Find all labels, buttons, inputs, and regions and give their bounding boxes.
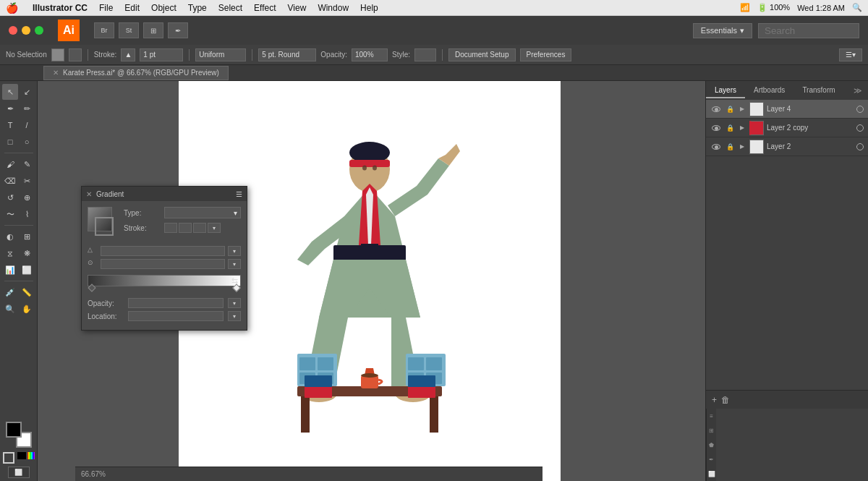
preferences-button[interactable]: Preferences <box>520 48 572 61</box>
aspect-input[interactable] <box>101 259 225 269</box>
menu-effect[interactable]: Effect <box>254 3 276 13</box>
delete-layer-button[interactable]: 🗑 <box>721 395 730 405</box>
layer-item[interactable]: 🔒 ▶ Layer 4 <box>706 100 868 119</box>
stroke-outside-icon[interactable] <box>179 223 192 233</box>
tab-transform[interactable]: Transform <box>793 83 843 98</box>
pencil-tool[interactable]: ✏ <box>19 101 35 116</box>
layer-expand-icon[interactable]: ▶ <box>738 142 746 151</box>
gradient-stroke-swatch[interactable] <box>95 217 114 236</box>
warp-tool[interactable]: 〜 <box>2 206 18 222</box>
eraser-tool[interactable]: ⌫ <box>2 173 18 189</box>
zoom-tool[interactable]: 🔍 <box>2 301 18 317</box>
angle-dropdown[interactable]: ▾ <box>228 246 241 256</box>
direct-select-tool[interactable]: ↙ <box>19 84 35 100</box>
fill-color-box[interactable] <box>51 48 64 61</box>
document-setup-button[interactable]: Document Setup <box>448 48 516 61</box>
blob-tool[interactable]: ✎ <box>19 156 35 172</box>
menu-help[interactable]: Help <box>360 3 378 13</box>
bridge-icon[interactable]: Br <box>94 22 114 38</box>
layer-lock[interactable]: 🔒 <box>725 142 735 152</box>
swatches-icon[interactable]: ⬜ <box>707 467 716 481</box>
apple-menu[interactable]: 🍎 <box>6 2 18 14</box>
layer-lock[interactable]: 🔒 <box>725 123 735 133</box>
opacity-value[interactable]: 100% <box>352 48 388 61</box>
none-color[interactable] <box>3 452 14 464</box>
menu-file[interactable]: File <box>99 3 113 13</box>
location-dropdown-btn[interactable]: ▾ <box>228 311 241 321</box>
scale-tool[interactable]: ⊕ <box>19 190 35 205</box>
layer-visibility-toggle[interactable] <box>710 122 722 134</box>
type-tool[interactable]: T <box>2 117 18 133</box>
properties-icon[interactable]: ≡ <box>707 409 716 423</box>
aspect-dropdown[interactable]: ▾ <box>228 259 241 269</box>
layer-target-indicator[interactable] <box>856 143 864 150</box>
panel-close-button[interactable]: ✕ <box>86 190 92 198</box>
color-mode[interactable] <box>17 452 26 459</box>
fill-none-box[interactable] <box>69 48 82 61</box>
pen-icon[interactable]: ✒ <box>168 22 188 38</box>
stroke-dropdown-btn[interactable]: ▾ <box>208 223 221 233</box>
opacity-input[interactable] <box>128 298 224 308</box>
menu-select[interactable]: Select <box>218 3 242 13</box>
essentials-dropdown[interactable]: Essentials ▾ <box>693 23 752 38</box>
uniform-dropdown[interactable]: Uniform <box>195 48 246 61</box>
stroke-value[interactable]: 1 pt <box>140 48 183 61</box>
mesh-tool[interactable]: ⊞ <box>19 229 35 244</box>
brushes-icon[interactable]: ✒ <box>707 452 716 467</box>
tab-artboards[interactable]: Artboards <box>745 83 793 98</box>
layout-icon[interactable]: ⊞ <box>143 22 163 38</box>
fg-bg-colors[interactable] <box>6 422 32 448</box>
layer-target-indicator[interactable] <box>856 124 864 132</box>
symbol-tool[interactable]: ❋ <box>19 245 35 261</box>
layer-expand-icon[interactable]: ▶ <box>738 124 746 132</box>
panel-menu-icon[interactable]: ☰ <box>236 190 242 198</box>
symbols-icon[interactable]: ⬟ <box>707 438 716 452</box>
make-sublayer-button[interactable]: + <box>712 395 717 405</box>
search-input[interactable] <box>758 23 859 38</box>
panel-collapse-button[interactable]: ≫ <box>848 83 868 98</box>
search-icon[interactable]: 🔍 <box>852 3 862 12</box>
type-dropdown[interactable]: ▾ <box>164 207 241 218</box>
column-graph-tool[interactable]: 📊 <box>2 262 18 278</box>
tab-close-icon[interactable]: ✕ <box>53 69 59 77</box>
rotate-tool[interactable]: ↺ <box>2 190 18 205</box>
menu-edit[interactable]: Edit <box>124 3 140 13</box>
hand-tool[interactable]: ✋ <box>19 301 35 317</box>
tab-layers[interactable]: Layers <box>706 83 745 98</box>
ellipse-tool[interactable]: ○ <box>19 134 35 150</box>
layer-item[interactable]: 🔒 ▶ Layer 2 <box>706 137 868 156</box>
layer-item[interactable]: 🔒 ▶ Layer 2 copy <box>706 119 868 137</box>
angle-input[interactable] <box>101 246 225 256</box>
arrange-button[interactable]: ☰▾ <box>839 48 862 61</box>
line-tool[interactable]: / <box>19 117 35 133</box>
measure-tool[interactable]: 📏 <box>19 284 35 300</box>
gradient-bar[interactable] <box>88 275 241 286</box>
layer-visibility-toggle[interactable] <box>710 141 722 153</box>
menu-type[interactable]: Type <box>188 3 207 13</box>
gradient-tool[interactable]: ◐ <box>2 229 18 244</box>
menu-object[interactable]: Object <box>151 3 176 13</box>
rect-tool[interactable]: □ <box>2 134 18 150</box>
artboard-tool[interactable]: ⬜ <box>19 262 35 278</box>
stroke-between-icon[interactable] <box>193 223 206 233</box>
brush-tool[interactable]: 🖌 <box>2 156 18 172</box>
panel-title-bar[interactable]: ✕ Gradient ☰ <box>82 187 247 201</box>
menu-view[interactable]: View <box>288 3 307 13</box>
maximize-button[interactable] <box>35 26 43 35</box>
round-dropdown[interactable]: 5 pt. Round <box>258 48 316 61</box>
style-box[interactable] <box>414 48 436 61</box>
pen-tool[interactable]: ✒ <box>2 101 18 116</box>
layer-lock[interactable]: 🔒 <box>725 104 735 114</box>
select-tool[interactable]: ↖ <box>2 84 18 100</box>
minimize-button[interactable] <box>22 26 30 35</box>
stroke-within-icon[interactable] <box>164 223 177 233</box>
canvas-area[interactable]: ✕ Gradient ☰ Type: <box>38 81 705 481</box>
width-tool[interactable]: ⌇ <box>19 206 35 222</box>
menu-window[interactable]: Window <box>318 3 349 13</box>
foreground-color[interactable] <box>6 422 22 438</box>
layer-expand-icon[interactable]: ▶ <box>738 105 746 114</box>
libraries-icon[interactable]: ⊞ <box>707 423 716 438</box>
blend-tool[interactable]: ⧖ <box>2 245 18 261</box>
location-input[interactable] <box>128 311 224 321</box>
gradient-swatch[interactable] <box>27 452 35 459</box>
